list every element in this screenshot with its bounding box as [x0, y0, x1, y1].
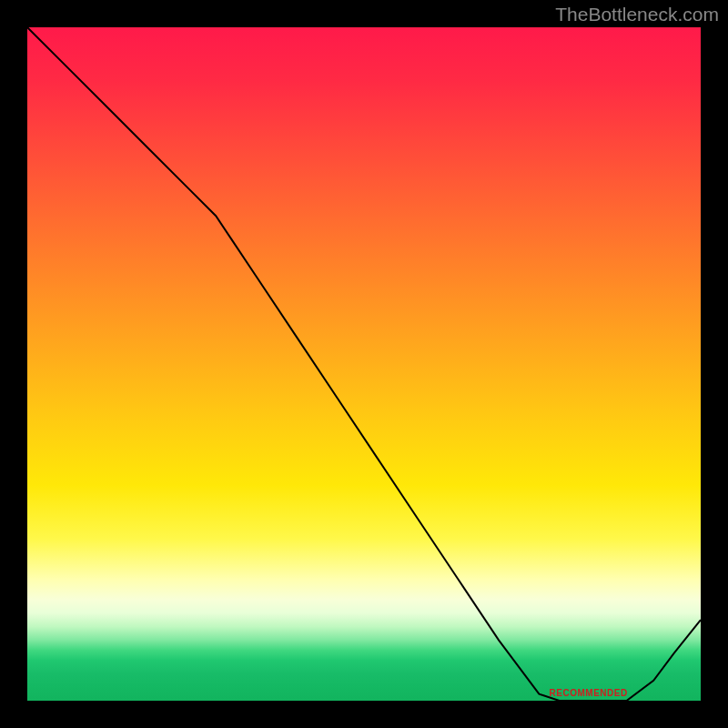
recommended-annotation: RECOMMENDED	[550, 688, 628, 698]
chart-line-svg	[27, 27, 701, 701]
watermark-text: TheBottleneck.com	[555, 4, 719, 25]
chart-container: RECOMMENDED	[27, 27, 701, 701]
distribution-curve	[27, 27, 701, 701]
